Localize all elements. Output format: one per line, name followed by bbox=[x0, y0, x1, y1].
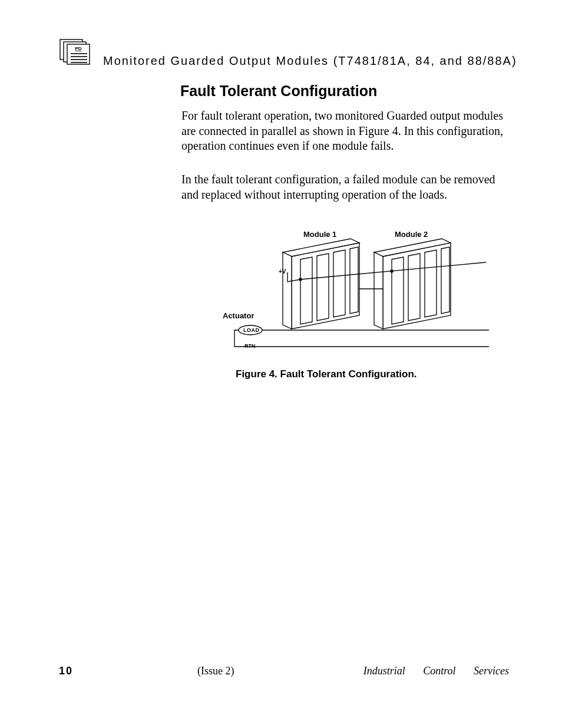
plus-v-label: +V bbox=[279, 268, 286, 275]
load-label: LOAD bbox=[243, 327, 260, 333]
figure-4: Module 1 Module 2 Actuator +V LOAD RTN bbox=[212, 230, 507, 360]
module-1-label: Module 1 bbox=[303, 230, 336, 239]
rtn-label: RTN bbox=[244, 343, 256, 349]
figure-caption: Figure 4. Fault Tolerant Configuration. bbox=[236, 368, 417, 380]
pd-stack-icon: PD bbox=[59, 38, 94, 70]
page: PD Monitored Guarded Output Modules (T74… bbox=[0, 0, 562, 728]
svg-point-9 bbox=[391, 270, 393, 272]
body-paragraph-1: For fault tolerant operation, two monito… bbox=[181, 108, 511, 154]
footer-right-text: Industrial Control Services bbox=[363, 665, 509, 677]
actuator-label: Actuator bbox=[223, 311, 254, 320]
issue-label: (Issue 2) bbox=[197, 665, 234, 677]
svg-text:PD: PD bbox=[75, 46, 81, 51]
page-number: 10 bbox=[59, 665, 73, 677]
module-2-label: Module 2 bbox=[395, 230, 428, 239]
body-paragraph-2: In the fault tolerant configuration, a f… bbox=[181, 172, 511, 202]
section-heading: Fault Tolerant Configuration bbox=[180, 83, 377, 100]
running-header: Monitored Guarded Output Modules (T7481/… bbox=[103, 54, 517, 68]
fault-tolerant-diagram-icon bbox=[212, 230, 507, 354]
